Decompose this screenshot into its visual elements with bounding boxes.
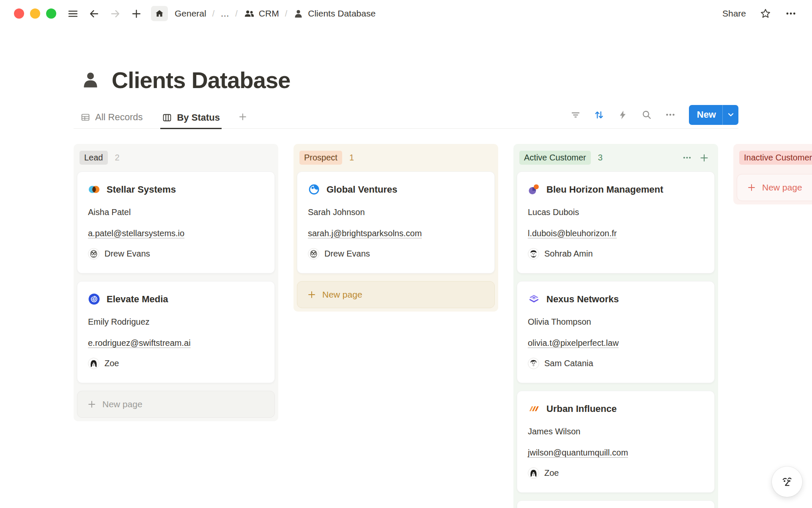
column-status-tag[interactable]: Prospect	[299, 151, 342, 165]
card-email-link[interactable]: jwilson@quantumquill.com	[528, 448, 628, 457]
breadcrumb-separator: /	[212, 9, 215, 19]
card-owner-row: Zoe	[528, 467, 704, 479]
breadcrumb-item-clients-database[interactable]: Clients Database	[293, 8, 376, 19]
column-header: Inactive Customer	[737, 147, 812, 171]
tab-label: By Status	[177, 112, 219, 123]
new-page-button[interactable]: New page	[77, 391, 275, 418]
new-page-button[interactable]: New page	[297, 281, 495, 308]
card-owner-row: Sohrab Amin	[528, 248, 704, 260]
card-global-ventures[interactable]: Global VenturesSarah Johnsonsarah.j@brig…	[297, 171, 495, 273]
avatar-zoe	[88, 358, 99, 369]
avatar-drew-evans	[88, 248, 99, 260]
home-icon[interactable]	[151, 6, 168, 21]
card-urban-influence[interactable]: Urban InfluenceJames Wilsonjwilson@quant…	[517, 391, 715, 493]
favorite-star-icon[interactable]	[760, 8, 771, 19]
new-page-button[interactable]: New page	[737, 174, 812, 201]
card-email-link[interactable]: sarah.j@brightsparksolns.com	[308, 229, 422, 238]
forward-button[interactable]	[109, 7, 121, 20]
card-company-name: Stellar Systems	[107, 184, 176, 195]
back-button[interactable]	[88, 7, 100, 20]
window-more-button[interactable]	[785, 8, 797, 19]
card-email-link[interactable]: e.rodriguez@swiftstream.ai	[88, 338, 191, 348]
new-page-label: New page	[762, 182, 802, 193]
card-title-row: Urban Influence	[528, 403, 704, 415]
card-contact-name: Lucas Dubois	[528, 207, 704, 217]
card-company-name: Bleu Horizon Management	[546, 184, 663, 195]
share-button[interactable]: Share	[722, 8, 746, 19]
board: Lead2Stellar SystemsAisha Patela.patel@s…	[74, 144, 812, 508]
card-elevate-media[interactable]: Elevate MediaEmily Rodrigueze.rodriguez@…	[77, 281, 275, 383]
plus-icon	[746, 182, 757, 193]
card-stellar-systems[interactable]: Stellar SystemsAisha Patela.patel@stella…	[77, 171, 275, 273]
breadcrumb: General / … / CRM / Clients Database	[175, 8, 376, 19]
plus-icon	[87, 399, 97, 409]
notion-face-button[interactable]	[772, 467, 802, 497]
face-icon	[778, 472, 796, 491]
column-status-tag[interactable]: Inactive Customer	[739, 151, 812, 165]
tab-by-status[interactable]: By Status	[160, 112, 221, 129]
plus-icon	[307, 290, 317, 300]
card-owner-name: Sam Catania	[544, 359, 593, 368]
add-view-button[interactable]	[238, 112, 248, 128]
breadcrumb-item-crm[interactable]: CRM	[244, 8, 279, 19]
card-owner-name: Sohrab Amin	[544, 249, 593, 259]
card-company-name: Global Ventures	[326, 184, 398, 195]
new-page-label: New page	[102, 399, 143, 409]
card-owner-row: Drew Evans	[88, 248, 264, 260]
card-email-row: a.patel@stellarsystems.io	[88, 229, 264, 238]
column-count: 3	[598, 153, 603, 163]
chevron-down-icon	[727, 111, 735, 119]
card-email-link[interactable]: a.patel@stellarsystems.io	[88, 229, 184, 238]
breadcrumb-item-collapsed[interactable]: …	[220, 8, 229, 19]
sort-icon-button[interactable]	[593, 109, 605, 121]
card-title-row: Bleu Horizon Management	[528, 183, 704, 196]
column-count: 1	[349, 153, 354, 163]
sidebar-toggle-icon[interactable]	[66, 7, 79, 20]
column-status-tag[interactable]: Active Customer	[519, 151, 591, 165]
column-lead: Lead2Stellar SystemsAisha Patela.patel@s…	[74, 144, 278, 421]
column-header: Lead2	[77, 147, 275, 171]
column-inactive-customer: Inactive CustomerNew page	[733, 144, 812, 204]
card-owner-row: Drew Evans	[308, 248, 484, 260]
new-button-dropdown[interactable]	[723, 105, 738, 125]
nexus-networks-logo-icon	[528, 293, 540, 305]
card-owner-row: Sam Catania	[528, 358, 704, 369]
column-add-icon[interactable]	[699, 152, 710, 163]
avatar-sohrab-amin	[528, 248, 539, 260]
new-tab-button[interactable]	[130, 7, 143, 20]
window-zoom-button[interactable]	[46, 8, 56, 19]
card-owner-row: Zoe	[88, 358, 264, 369]
filter-icon[interactable]	[570, 109, 582, 121]
window-minimize-button[interactable]	[30, 8, 40, 19]
column-prospect: Prospect1Global VenturesSarah Johnsonsar…	[294, 144, 498, 312]
person-icon	[80, 70, 101, 90]
new-record-button[interactable]: New	[689, 105, 722, 125]
card-company-name: Elevate Media	[107, 294, 168, 305]
breadcrumb-item-general[interactable]: General	[175, 8, 206, 19]
stellar-systems-logo-icon	[88, 183, 100, 196]
card-email-row: l.dubois@bleuhorizon.fr	[528, 229, 704, 238]
breadcrumb-label: CRM	[259, 8, 279, 19]
window-titlebar: General / … / CRM / Clients Database Sha…	[0, 0, 812, 27]
column-status-tag[interactable]: Lead	[80, 151, 108, 165]
card-email-link[interactable]: olivia.t@pixelperfect.law	[528, 338, 619, 348]
team-icon	[244, 8, 255, 19]
tab-all-records[interactable]: All Records	[79, 112, 144, 128]
search-icon[interactable]	[641, 109, 653, 121]
card-nexus-networks[interactable]: Nexus NetworksOlivia Thompsonolivia.t@pi…	[517, 281, 715, 383]
global-ventures-logo-icon	[308, 183, 320, 196]
card-email-row: jwilson@quantumquill.com	[528, 448, 704, 458]
avatar-zoe	[528, 467, 539, 479]
card-partial[interactable]	[517, 500, 715, 508]
urban-influence-logo-icon	[528, 403, 540, 415]
card-contact-name: Sarah Johnson	[308, 207, 484, 217]
column-header: Active Customer3	[517, 147, 715, 171]
card-bleu-horizon[interactable]: Bleu Horizon ManagementLucas Duboisl.dub…	[517, 171, 715, 273]
automation-icon[interactable]	[617, 109, 629, 121]
card-email-link[interactable]: l.dubois@bleuhorizon.fr	[528, 229, 617, 238]
window-controls	[14, 8, 56, 19]
column-more-icon[interactable]	[682, 153, 692, 163]
view-more-icon[interactable]	[664, 109, 676, 121]
card-title-row: Stellar Systems	[88, 183, 264, 196]
window-close-button[interactable]	[14, 8, 24, 19]
